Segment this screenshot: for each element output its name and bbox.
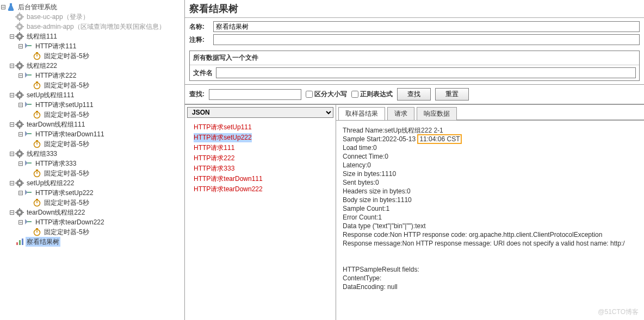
tree-toggle-icon[interactable]: ⊟	[17, 41, 24, 51]
comment-input[interactable]	[213, 34, 640, 45]
tree-item[interactable]: 固定定时器-5秒	[0, 168, 184, 178]
result-item[interactable]: HTTP请求333	[186, 164, 335, 174]
filename-input[interactable]	[216, 67, 636, 78]
tree-item[interactable]: 固定定时器-5秒	[0, 110, 184, 120]
tree-toggle-icon[interactable]: ⊟	[9, 90, 15, 100]
result-item[interactable]: HTTP请求111	[186, 143, 335, 153]
tree-item-label: HTTP请求222	[34, 71, 77, 80]
svg-rect-15	[19, 39, 20, 41]
tree-item[interactable]: 固定定时器-5秒	[0, 198, 184, 208]
svg-marker-63	[25, 160, 28, 166]
tree-toggle-icon[interactable]: ⊟	[17, 217, 24, 227]
result-item-label: HTTP请求setUp222	[194, 133, 252, 142]
tree-toggle-icon[interactable]: ⊟	[17, 129, 24, 139]
tree-item[interactable]: 固定定时器-5秒	[0, 227, 184, 237]
tree-item[interactable]: ⊟HTTP请求tearDown111	[0, 129, 184, 139]
test-plan-tree[interactable]: ⊟后台管理系统base-uc-app（登录）base-admin-app（区域查…	[0, 0, 185, 320]
tree-item[interactable]: ⊟线程组333	[0, 149, 184, 159]
tree-toggle-icon[interactable]: ⊟	[9, 32, 15, 41]
detail-line: Size in bytes:1110	[343, 170, 637, 178]
gear-icon	[15, 208, 24, 217]
tree-item[interactable]: ⊟HTTP请求setUp222	[0, 188, 184, 198]
detail-line: Headers size in bytes:0	[343, 187, 637, 196]
tree-toggle-icon[interactable]: ⊟	[9, 208, 15, 217]
search-input[interactable]	[209, 89, 301, 100]
detail-line: Thread Name:setUp线程组222 2-1	[343, 126, 637, 135]
tree-item[interactable]: ⊟后台管理系统	[0, 2, 184, 12]
regex-checkbox[interactable]: 正则表达式	[351, 90, 393, 99]
find-button[interactable]: 查找	[397, 88, 431, 101]
tree-item[interactable]: ⊟HTTP请求222	[0, 71, 184, 80]
svg-rect-65	[36, 170, 38, 171]
case-sensitive-checkbox[interactable]: 区分大小写	[306, 90, 347, 99]
tree-item[interactable]: ⊟setUp线程组111	[0, 90, 184, 100]
http-icon	[24, 130, 33, 139]
tree-item[interactable]: base-admin-app（区域查询增加关联国家信息）	[0, 22, 184, 32]
svg-rect-82	[15, 212, 17, 213]
reset-button[interactable]: 重置	[435, 88, 469, 101]
result-list[interactable]: HTTP请求setUp111HTTP请求setUp222HTTP请求111HTT…	[185, 120, 336, 320]
tree-item-label: 线程组333	[26, 149, 58, 159]
tab[interactable]: 请求	[387, 107, 414, 120]
tree-item[interactable]: ⊟HTTP请求setUp111	[0, 100, 184, 110]
http-icon	[24, 159, 33, 168]
tree-toggle-icon[interactable]: ⊟	[9, 120, 15, 129]
tree-item[interactable]: 固定定时器-5秒	[0, 80, 184, 90]
tree-toggle-icon[interactable]: ⊟	[17, 159, 24, 168]
tree-toggle-icon[interactable]: ⊟	[17, 188, 24, 198]
tree-toggle-icon[interactable]: ⊟	[9, 61, 15, 71]
tree-item-label: 线程组111	[26, 32, 58, 41]
svg-rect-43	[36, 111, 38, 112]
result-item[interactable]: HTTP请求tearDown222	[186, 184, 335, 194]
gear-icon	[15, 22, 24, 31]
result-item[interactable]: HTTP请求222	[186, 153, 335, 164]
http-icon	[24, 189, 33, 197]
filename-label: 文件名	[193, 68, 213, 78]
tree-toggle-icon[interactable]: ⊟	[9, 149, 15, 159]
tree-item[interactable]: ⊟线程组111	[0, 32, 184, 41]
result-item[interactable]: HTTP请求setUp222	[186, 133, 335, 143]
svg-point-79	[18, 211, 21, 214]
detail-line: Response code:Non HTTP response code: or…	[343, 230, 637, 239]
tree-item[interactable]: ⊟线程组222	[0, 61, 184, 71]
svg-rect-90	[19, 240, 21, 245]
tree-item[interactable]: ⊟HTTP请求tearDown222	[0, 217, 184, 227]
tree-item-label: HTTP请求111	[34, 41, 77, 51]
svg-rect-87	[36, 228, 38, 229]
tree-item[interactable]: 察看结果树	[0, 237, 184, 247]
tree-item[interactable]: base-uc-app（登录）	[0, 12, 184, 22]
svg-rect-26	[19, 68, 20, 70]
tree-toggle-icon[interactable]: ⊟	[0, 2, 7, 12]
timer-icon	[33, 52, 41, 60]
tab[interactable]: 取样器结果	[338, 107, 385, 120]
tree-item[interactable]: ⊟tearDown线程组222	[0, 208, 184, 217]
svg-rect-32	[36, 81, 38, 83]
tree-item[interactable]: ⊟tearDown线程组111	[0, 120, 184, 129]
tree-item-label: 察看结果树	[26, 237, 60, 247]
svg-rect-72	[22, 183, 24, 184]
flask-icon	[7, 3, 15, 11]
tree-item[interactable]: ⊟HTTP请求111	[0, 41, 184, 51]
tree-toggle-icon[interactable]: ⊟	[9, 178, 15, 188]
tree-item[interactable]: ⊟HTTP请求333	[0, 159, 184, 168]
svg-rect-59	[19, 156, 20, 158]
result-item[interactable]: HTTP请求setUp111	[186, 122, 335, 133]
detail-line: ContentType:	[343, 274, 637, 283]
tree-item[interactable]: ⊟setUp线程组222	[0, 178, 184, 188]
svg-rect-61	[22, 153, 24, 154]
gear-icon	[15, 91, 24, 99]
tree-toggle-icon[interactable]: ⊟	[17, 100, 24, 110]
tree-item[interactable]: 固定定时器-5秒	[0, 51, 184, 61]
tree-item[interactable]: 固定定时器-5秒	[0, 139, 184, 149]
file-section-title: 所有数据写入一个文件	[190, 51, 639, 65]
svg-rect-11	[22, 26, 24, 27]
tree-toggle-icon[interactable]: ⊟	[17, 71, 24, 80]
tab[interactable]: 响应数据	[417, 107, 457, 120]
svg-rect-14	[19, 32, 20, 34]
gear-icon	[15, 120, 24, 129]
renderer-select[interactable]: JSON	[187, 107, 333, 118]
svg-marker-30	[25, 72, 28, 78]
name-input[interactable]	[213, 21, 640, 32]
result-item[interactable]: HTTP请求tearDown111	[186, 174, 335, 184]
detail-line: DataEncoding: null	[343, 283, 637, 291]
